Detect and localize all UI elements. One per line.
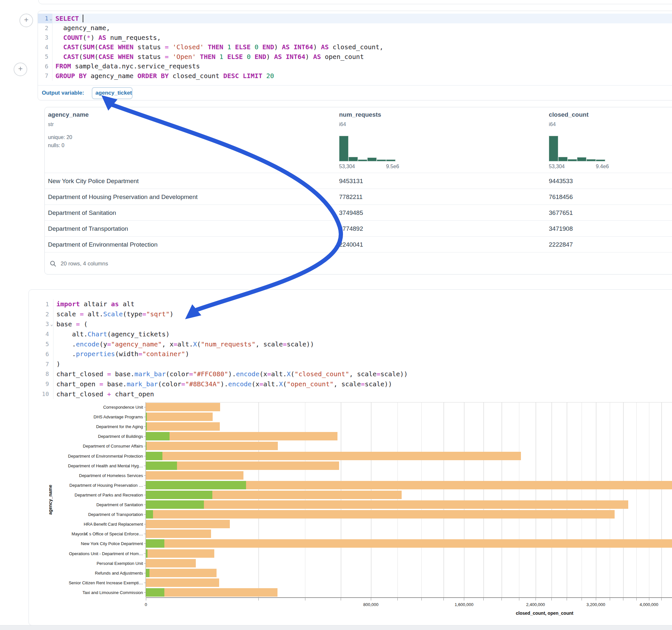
x-axis-tick-label: 1,600,000	[455, 602, 474, 607]
gridline	[567, 403, 567, 597]
gridline	[464, 403, 464, 597]
code-line[interactable]: 7GROUP BY agency_name ORDER BY closed_co…	[38, 71, 672, 81]
histogram-bar	[596, 160, 605, 162]
closed_count-bar	[146, 569, 217, 577]
x-axis-tick-label: 3,200,000	[586, 602, 605, 607]
code-line[interactable]: 3⌄base = (	[29, 319, 672, 329]
line-number: 2	[38, 23, 48, 33]
x-tick	[422, 598, 422, 601]
y-tick	[144, 592, 146, 593]
y-axis-label: HRA Benefit Card Replacement	[0, 522, 143, 527]
closed_count-bar	[146, 500, 628, 509]
python-code-editor[interactable]: 1import altair as alt2scale = alt.Scale(…	[29, 299, 672, 399]
code-text: .properties(width="container")	[56, 349, 189, 359]
cell-agency: Department of Sanitation	[48, 205, 116, 221]
open_count-bar	[146, 432, 170, 440]
y-axis-label: Operations Unit - Department of Hom…	[0, 551, 143, 556]
output-variable-label: Output variable:	[42, 90, 84, 96]
code-text: )	[56, 359, 60, 369]
result-table-card: agency_name str unique: 20 nulls: 0 num_…	[44, 107, 672, 274]
line-number: 1	[29, 299, 49, 309]
closed_count-bar	[146, 588, 278, 597]
x-tick	[610, 598, 610, 601]
column-type-num-requests: i64	[339, 122, 346, 127]
closed_count-bar	[146, 549, 214, 558]
x-axis-tick-label: 800,000	[363, 602, 379, 607]
code-text: COUNT(*) AS num_requests,	[55, 33, 161, 43]
code-line[interactable]: 1⌄SELECT	[38, 14, 672, 23]
code-line[interactable]: 7)	[29, 359, 672, 369]
x-tick	[398, 598, 398, 601]
cell-num-requests: 3774892	[339, 221, 363, 237]
histogram-bar	[558, 157, 568, 162]
y-tick	[144, 554, 146, 554]
fold-chevron-icon[interactable]: ⌄	[50, 319, 53, 329]
output-variable-pill[interactable]: agency_tickets	[92, 87, 133, 99]
code-line[interactable]: 2scale = alt.Scale(type="sqrt")	[29, 309, 672, 319]
code-line[interactable]: 6 .properties(width="container")	[29, 349, 672, 359]
code-text: SELECT	[55, 14, 83, 23]
x-tick	[464, 598, 464, 601]
gridline	[305, 403, 306, 597]
x-axis-line	[146, 597, 672, 598]
add-cell-button-top[interactable]: +	[20, 14, 33, 27]
sql-cell-card: 1⌄SELECT 2 agency_name,3 COUNT(*) AS num…	[38, 11, 672, 100]
code-text: import altair as alt	[56, 299, 135, 309]
code-line[interactable]: 9chart_open = base.mark_bar(color="#8BC3…	[29, 379, 672, 389]
y-axis-label: Mayorâ€ s Office of Special Enforce…	[0, 532, 143, 536]
y-axis-label: Department for the Aging	[0, 424, 143, 429]
code-line[interactable]: 1import altair as alt	[29, 299, 672, 309]
y-tick	[144, 534, 146, 534]
y-tick	[144, 407, 146, 407]
code-text: agency_name,	[55, 23, 110, 33]
code-line[interactable]: 5 .encode(y="agency_name", x=alt.X("num_…	[29, 339, 672, 349]
x-axis-tick-label: 2,400,000	[526, 602, 545, 607]
line-number: 3	[29, 319, 49, 329]
histogram-bar	[586, 159, 596, 162]
closed_count-bar	[146, 579, 219, 587]
search-icon[interactable]	[50, 260, 57, 267]
line-number: 3	[38, 33, 48, 43]
gridline	[258, 403, 259, 597]
num-requests-hist-min: 53,304	[339, 164, 355, 169]
cell-closed-count: 7618456	[549, 189, 573, 205]
code-line[interactable]: 3 COUNT(*) AS num_requests,	[38, 33, 672, 43]
gridline	[581, 403, 582, 597]
y-axis-label: Department of Consumer Affairs	[0, 444, 143, 449]
x-tick	[623, 598, 623, 601]
x-tick	[483, 598, 484, 601]
closed_count-bar	[146, 442, 278, 450]
line-number: 2	[29, 309, 49, 319]
code-line[interactable]: 10chart_closed + chart_open	[29, 389, 672, 399]
table-row: Department of Transportation 3774892 347…	[45, 220, 672, 237]
y-axis-label: New York City Police Department	[0, 541, 143, 546]
open_count-bar	[146, 452, 162, 460]
code-line[interactable]: 4 CAST(SUM(CASE WHEN status = 'Closed' T…	[38, 43, 672, 52]
x-tick	[146, 598, 146, 601]
add-cell-button-output[interactable]: +	[14, 63, 27, 76]
code-line[interactable]: 5 CAST(SUM(CASE WHEN status = 'Open' THE…	[38, 52, 672, 62]
x-tick	[371, 598, 371, 601]
x-tick	[443, 598, 444, 601]
code-line[interactable]: 6FROM sample_data.nyc.service_requests	[38, 62, 672, 71]
gridline	[443, 403, 444, 597]
column-header-num-requests: num_requests	[339, 111, 381, 118]
next-section-strip	[0, 625, 672, 630]
code-text: chart_closed = base.mark_bar(color="#FFC…	[56, 369, 408, 379]
closed_count-bar	[146, 403, 220, 411]
table-row: Department of Sanitation 3749485 3677651	[45, 204, 672, 221]
y-tick	[144, 514, 146, 515]
code-text: GROUP BY agency_name ORDER BY closed_cou…	[55, 71, 274, 81]
code-line[interactable]: 4 alt.Chart(agency_tickets)	[29, 329, 672, 339]
code-line[interactable]: 2 agency_name,	[38, 23, 672, 33]
closed_count-bar	[146, 413, 213, 421]
line-number: 10	[29, 389, 49, 399]
sql-code-editor[interactable]: 1⌄SELECT 2 agency_name,3 COUNT(*) AS num…	[38, 14, 672, 81]
y-tick	[144, 505, 146, 505]
x-tick	[502, 598, 502, 601]
open_count-bar	[146, 549, 147, 558]
closed_count-bar	[146, 452, 521, 460]
code-line[interactable]: 8chart_closed = base.mark_bar(color="#FF…	[29, 369, 672, 379]
y-axis-label: Department of Health and Mental Hyg…	[0, 463, 143, 468]
cell-agency: Department of Environmental Protection	[48, 237, 158, 252]
